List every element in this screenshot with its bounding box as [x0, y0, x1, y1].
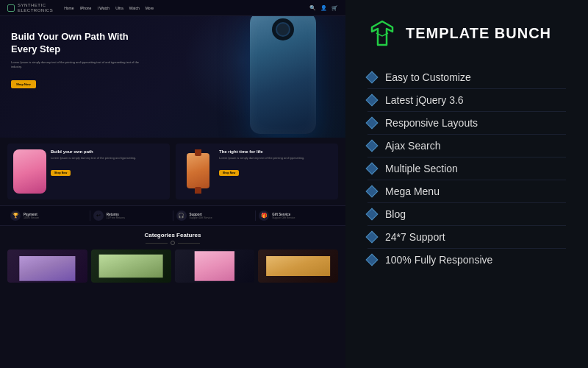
feature-customize: Easy to Customize — [368, 66, 566, 89]
nav-watch[interactable]: Watch — [129, 6, 140, 10]
nav-home[interactable]: Home — [64, 6, 74, 10]
service-support: 🎧 Support Support Gift Service — [173, 210, 257, 221]
diamond-icon-0 — [366, 71, 379, 84]
feature-jquery: Latest jQuery 3.6 — [368, 89, 566, 112]
diamond-icon-7 — [366, 231, 379, 244]
feature-label-5: Mega Menu — [385, 185, 440, 197]
feature-fully-responsive: 100% Fully Responsive — [368, 249, 566, 271]
navbar: SYNTHETIC ELECTRONICS Home IPhone I Watc… — [0, 0, 345, 16]
product-phone-desc: Lorem Ipsum is simply dummy text of the … — [51, 156, 164, 160]
feature-label-2: Responsive Layouts — [385, 117, 478, 129]
divider-dot — [171, 241, 175, 245]
product-card-phone: Build your own path Lorem Ipsum is simpl… — [7, 144, 170, 199]
product-watch-image — [182, 149, 215, 194]
diamond-icon-3 — [366, 140, 379, 152]
product-phone-title: Build your own path — [51, 149, 164, 154]
product-watch-info: The right time for life Lorem Ipsum is s… — [219, 149, 332, 177]
category-phone[interactable] — [175, 250, 255, 283]
nav-more[interactable]: More — [146, 6, 154, 10]
watch-mini-visual — [187, 153, 210, 188]
product-watch-title: The right time for life — [219, 149, 332, 154]
tablet-image — [258, 250, 338, 283]
watch-category-image — [7, 250, 87, 283]
nav-iwatch[interactable]: I Watch — [97, 6, 110, 10]
diamond-icon-6 — [366, 208, 379, 221]
product-watch-desc: Lorem Ipsum is simply dummy text of the … — [219, 156, 332, 160]
search-icon[interactable]: 🔍 — [309, 5, 316, 11]
payment-title: Payment — [24, 213, 39, 216]
service-gift: 🎁 Gift Service Support Gift Service — [256, 210, 338, 221]
gift-icon: 🎁 — [259, 210, 269, 221]
brand-header: TEMPLATE BUNCH — [368, 18, 566, 48]
hero-title: Build Your Own Path With Every Step — [11, 31, 143, 56]
logo-icon — [7, 4, 15, 12]
product-phone-button[interactable]: Shop Now — [51, 170, 71, 176]
categories-grid — [7, 250, 338, 283]
products-row: Build your own path Lorem Ipsum is simpl… — [0, 138, 345, 205]
diamond-icon-4 — [366, 163, 379, 175]
navbar-actions: 🔍 👤 🛒 — [309, 5, 338, 11]
gift-desc: Support Gift Service — [272, 216, 295, 219]
product-phone-image — [13, 149, 46, 194]
hero-shop-button[interactable]: Shop Now — [11, 80, 36, 88]
product-card-watch: The right time for life Lorem Ipsum is s… — [176, 144, 338, 199]
diamond-icon-1 — [366, 94, 379, 107]
cart-icon[interactable]: 🛒 — [331, 5, 338, 11]
feature-label-8: 100% Fully Responsive — [385, 254, 492, 266]
categories-title: Categories Features — [7, 232, 338, 238]
template-bunch-logo — [368, 18, 397, 48]
phone-mini-visual — [13, 149, 46, 194]
feature-label-0: Easy to Customize — [385, 71, 471, 83]
feature-label-6: Blog — [385, 208, 406, 220]
support-icon: 🎧 — [176, 210, 187, 221]
product-phone-info: Build your own path Lorem Ipsum is simpl… — [51, 149, 164, 177]
payment-icon: 🏆 — [10, 210, 21, 221]
service-returns: ↩ Returns 10 Free Returns — [90, 210, 173, 221]
categories-section: Categories Features — [0, 226, 345, 289]
feature-responsive: Responsive Layouts — [368, 112, 566, 135]
feature-mega-menu: Mega Menu — [368, 180, 566, 203]
feature-multiple-section: Multiple Section — [368, 158, 566, 180]
phone-body — [250, 16, 316, 134]
nav-iphone[interactable]: IPhone — [80, 6, 92, 10]
phone-camera — [272, 18, 294, 40]
nav-ultra[interactable]: Ultra — [115, 6, 123, 10]
features-list: Easy to Customize Latest jQuery 3.6 Resp… — [368, 66, 566, 271]
feature-label-4: Multiple Section — [385, 163, 458, 174]
phone2-image — [175, 250, 255, 283]
right-panel: TEMPLATE BUNCH Easy to Customize Latest … — [345, 0, 588, 368]
feature-blog: Blog — [368, 203, 566, 226]
brand-name-text: TEMPLATE BUNCH — [406, 25, 551, 42]
diamond-icon-5 — [366, 185, 379, 198]
returns-icon: ↩ — [93, 210, 104, 221]
hero-content: Build Your Own Path With Every Step Lore… — [11, 31, 143, 88]
service-payment: 🏆 Payment 100% Secure — [7, 210, 90, 221]
categories-divider — [7, 241, 338, 245]
services-row: 🏆 Payment 100% Secure ↩ Returns 10 Free … — [0, 205, 345, 226]
hero-description: Lorem Ipsum is simply dummy text of the … — [11, 60, 143, 69]
smartwatch-image — [91, 250, 171, 283]
category-smartwatch[interactable] — [91, 250, 171, 283]
diamond-icon-8 — [366, 254, 379, 266]
hero-phone-image — [243, 16, 323, 138]
website-preview: SYNTHETIC ELECTRONICS Home IPhone I Watc… — [0, 0, 345, 368]
user-icon[interactable]: 👤 — [320, 5, 327, 11]
feature-ajax: Ajax Search — [368, 135, 566, 158]
product-watch-button[interactable]: Shop Now — [219, 170, 239, 176]
logo-svg — [368, 18, 397, 48]
feature-support: 24*7 Support — [368, 226, 566, 249]
category-watch[interactable] — [7, 250, 87, 283]
category-tablet[interactable] — [258, 250, 338, 283]
brand-name: SYNTHETIC ELECTRONICS — [18, 3, 53, 13]
payment-desc: 100% Secure — [24, 216, 39, 219]
diamond-icon-2 — [366, 117, 379, 130]
returns-desc: 10 Free Returns — [107, 216, 125, 219]
feature-label-1: Latest jQuery 3.6 — [385, 94, 464, 106]
feature-label-3: Ajax Search — [385, 140, 440, 152]
support-desc: Support Gift Service — [190, 216, 212, 219]
navbar-logo: SYNTHETIC ELECTRONICS — [7, 3, 53, 13]
nav-links: Home IPhone I Watch Ultra Watch More — [64, 6, 154, 10]
hero-section: Build Your Own Path With Every Step Lore… — [0, 16, 345, 138]
feature-label-7: 24*7 Support — [385, 231, 445, 243]
